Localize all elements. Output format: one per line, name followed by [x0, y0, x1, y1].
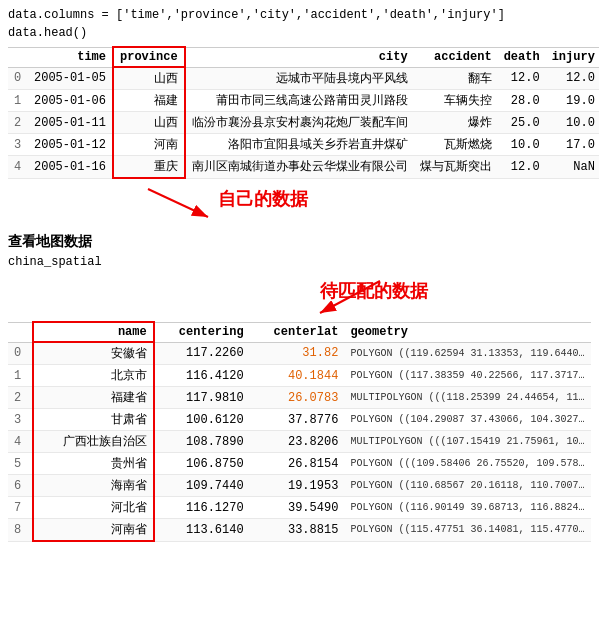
table-row: 2福建省117.981026.0783MULTIPOLYGON (((118.2…	[8, 387, 591, 409]
table-cell: 2005-01-16	[28, 156, 113, 179]
table-cell: 莆田市同三线高速公路莆田灵川路段	[185, 90, 414, 112]
th2-name: name	[33, 322, 154, 342]
table-cell: 南川区南城街道办事处云华煤业有限公司	[185, 156, 414, 179]
table-cell: 8	[8, 519, 33, 542]
th-city: city	[185, 47, 414, 67]
top-table-container: time province city accident death injury…	[0, 46, 599, 179]
table-cell: 爆炸	[414, 112, 498, 134]
table-cell: 甘肃省	[33, 409, 154, 431]
table-row: 5贵州省106.875026.8154POLYGON (((109.58406 …	[8, 453, 591, 475]
table-cell: POLYGON (((109.58406 26.75520, 109.57888…	[344, 453, 591, 475]
table-cell: 26.8154	[250, 453, 345, 475]
table-row: 1北京市116.412040.1844POLYGON ((117.38359 4…	[8, 365, 591, 387]
th-injury: injury	[546, 47, 599, 67]
table-cell: 1	[8, 90, 28, 112]
table-cell: 100.6120	[154, 409, 250, 431]
table-row: 42005-01-16重庆南川区南城街道办事处云华煤业有限公司煤与瓦斯突出12.…	[8, 156, 599, 179]
table-cell: 117.9810	[154, 387, 250, 409]
table-cell: 2005-01-05	[28, 67, 113, 90]
th2-centering: centering	[154, 322, 250, 342]
th-death: death	[498, 47, 546, 67]
table-cell: 山西	[113, 67, 185, 90]
table-cell: 7	[8, 497, 33, 519]
table-cell: 车辆失控	[414, 90, 498, 112]
table-cell: 26.0783	[250, 387, 345, 409]
table-cell: 116.1270	[154, 497, 250, 519]
table-cell: 煤与瓦斯突出	[414, 156, 498, 179]
table-cell: 翻车	[414, 67, 498, 90]
table-row: 8河南省113.614033.8815POLYGON ((115.47751 3…	[8, 519, 591, 542]
table-cell: 广西壮族自治区	[33, 431, 154, 453]
table-cell: 贵州省	[33, 453, 154, 475]
table-row: 12005-01-06福建莆田市同三线高速公路莆田灵川路段车辆失控28.019.…	[8, 90, 599, 112]
table-cell: 河南	[113, 134, 185, 156]
th2-index	[8, 322, 33, 342]
table-cell: 临汾市襄汾县京安村裹沟花炮厂装配车间	[185, 112, 414, 134]
table-cell: 重庆	[113, 156, 185, 179]
table-cell: 28.0	[498, 90, 546, 112]
table-cell: 12.0	[546, 67, 599, 90]
section2-header: 查看地图数据	[0, 229, 599, 253]
table-cell: 瓦斯燃烧	[414, 134, 498, 156]
table-cell: 0	[8, 67, 28, 90]
code-line2: data.head()	[8, 24, 591, 42]
table-cell: 10.0	[546, 112, 599, 134]
table-cell: 23.8206	[250, 431, 345, 453]
table-cell: 33.8815	[250, 519, 345, 542]
th-province: province	[113, 47, 185, 67]
table-cell: 海南省	[33, 475, 154, 497]
table-row: 02005-01-05山西远城市平陆县境内平风线翻车12.012.0	[8, 67, 599, 90]
bottom-section: 待匹配的数据 name centering centerlat geometry…	[0, 273, 599, 542]
table-cell: 4	[8, 431, 33, 453]
table-cell: 19.0	[546, 90, 599, 112]
data-table: time province city accident death injury…	[8, 46, 599, 179]
table-row: 3甘肃省100.612037.8776POLYGON ((104.29087 3…	[8, 409, 591, 431]
table-row: 0安徽省117.226031.82POLYGON ((119.62594 31.…	[8, 342, 591, 365]
table-cell: 3	[8, 134, 28, 156]
table-cell: 2005-01-06	[28, 90, 113, 112]
table-cell: POLYGON ((117.38359 40.22566, 117.37170 …	[344, 365, 591, 387]
china-spatial-label: china_spatial	[0, 253, 599, 273]
table-cell: 10.0	[498, 134, 546, 156]
table-cell: 17.0	[546, 134, 599, 156]
table-row: 32005-01-12河南洛阳市宜阳县域关乡乔岩直井煤矿瓦斯燃烧10.017.0	[8, 134, 599, 156]
table-cell: 117.2260	[154, 342, 250, 365]
table-cell: 19.1953	[250, 475, 345, 497]
table-row: 7河北省116.127039.5490POLYGON ((116.90149 3…	[8, 497, 591, 519]
table-cell: 福建省	[33, 387, 154, 409]
table-cell: POLYGON ((119.62594 31.13353, 119.64401 …	[344, 342, 591, 365]
th2-centerlat: centerlat	[250, 322, 345, 342]
table-row: 4广西壮族自治区108.789023.8206MULTIPOLYGON (((1…	[8, 431, 591, 453]
table-cell: 0	[8, 342, 33, 365]
table-cell: 109.7440	[154, 475, 250, 497]
table-cell: MULTIPOLYGON (((107.15419 21.75961, 107.…	[344, 431, 591, 453]
table-cell: 37.8776	[250, 409, 345, 431]
table-cell: 12.0	[498, 67, 546, 90]
table-cell: 2	[8, 387, 33, 409]
th-index	[8, 47, 28, 67]
table-cell: POLYGON ((116.90149 39.68713, 116.88243 …	[344, 497, 591, 519]
table-cell: 108.7890	[154, 431, 250, 453]
annotation2-container: 待匹配的数据	[0, 273, 599, 321]
annotation1-text: 自己的数据	[218, 187, 308, 211]
code-line1: data.columns = ['time','province','city'…	[8, 6, 591, 24]
th-time: time	[28, 47, 113, 67]
table-cell: 2005-01-11	[28, 112, 113, 134]
table-cell: 4	[8, 156, 28, 179]
table-cell: 北京市	[33, 365, 154, 387]
spatial-table: name centering centerlat geometry 0安徽省11…	[8, 321, 591, 542]
table-cell: 河南省	[33, 519, 154, 542]
table-cell: 远城市平陆县境内平风线	[185, 67, 414, 90]
table-cell: 12.0	[498, 156, 546, 179]
table-cell: 2005-01-12	[28, 134, 113, 156]
svg-line-1	[148, 189, 208, 217]
table-row: 22005-01-11山西临汾市襄汾县京安村裹沟花炮厂装配车间爆炸25.010.…	[8, 112, 599, 134]
table-cell: 2	[8, 112, 28, 134]
table-cell: 40.1844	[250, 365, 345, 387]
table-cell: 113.6140	[154, 519, 250, 542]
annotation2-text: 待匹配的数据	[320, 279, 428, 303]
table-row: 6海南省109.744019.1953POLYGON ((110.68567 2…	[8, 475, 591, 497]
table-cell: 106.8750	[154, 453, 250, 475]
table-cell: 25.0	[498, 112, 546, 134]
bottom-table-container: name centering centerlat geometry 0安徽省11…	[0, 321, 599, 542]
